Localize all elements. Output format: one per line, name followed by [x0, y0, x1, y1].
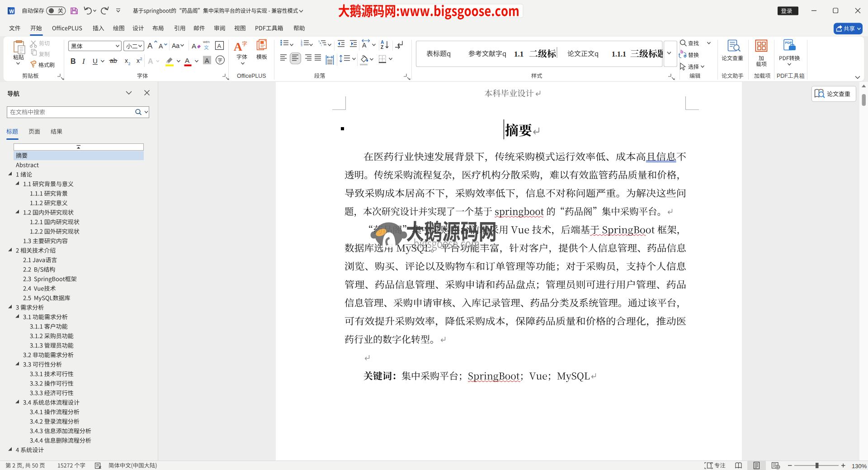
svg-text:OfficePLUS: OfficePLUS [237, 73, 266, 79]
svg-text:2: 2 [128, 62, 131, 66]
svg-text:A: A [381, 40, 384, 45]
svg-text:A: A [147, 42, 153, 50]
svg-text:3: 3 [301, 43, 302, 47]
svg-text:wén: wén [203, 40, 210, 44]
svg-text:A: A [185, 57, 189, 64]
svg-text:A: A [362, 42, 367, 49]
svg-text:A: A [217, 43, 222, 49]
svg-text:A: A [234, 40, 242, 53]
svg-text:Z: Z [381, 45, 383, 50]
svg-text:W: W [9, 9, 14, 14]
svg-text:PDF: PDF [785, 41, 792, 45]
svg-text:A: A [205, 57, 209, 64]
svg-text:A: A [148, 57, 153, 65]
svg-text:2: 2 [140, 57, 142, 61]
svg-text:B: B [71, 57, 76, 65]
svg-text:1.1: 1.1 [514, 50, 524, 58]
svg-text:i: i [321, 44, 321, 47]
svg-text:130%: 130% [852, 463, 867, 470]
svg-text:x: x [137, 57, 140, 64]
svg-text:Aa: Aa [172, 42, 179, 49]
svg-text:x: x [125, 57, 128, 64]
svg-text:b: b [680, 49, 683, 54]
svg-text:A: A [159, 43, 163, 50]
svg-text:A: A [192, 42, 196, 50]
svg-text:1.1.1: 1.1.1 [612, 50, 626, 58]
svg-text:U: U [93, 57, 98, 65]
svg-text:PDF工具箱: PDF工具箱 [777, 73, 805, 79]
